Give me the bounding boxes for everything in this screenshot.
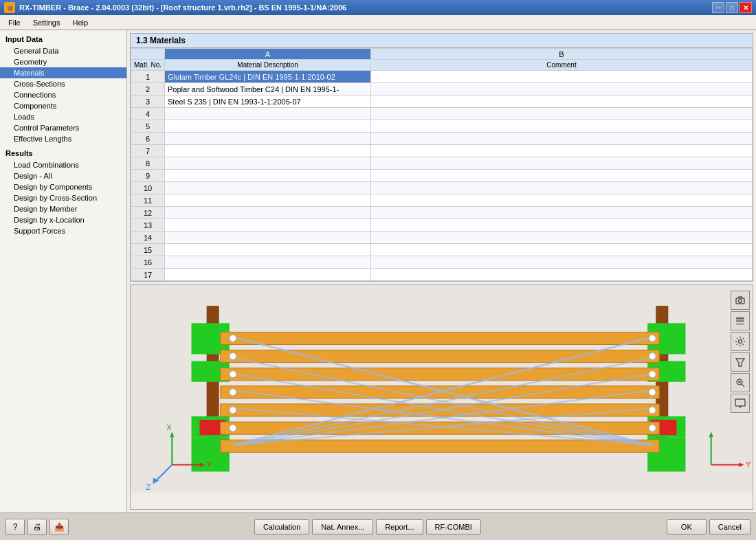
row-comment[interactable] <box>371 157 753 170</box>
row-comment[interactable] <box>371 133 753 145</box>
close-button[interactable]: ✕ <box>740 2 752 13</box>
row-material[interactable] <box>165 170 371 182</box>
row-comment[interactable] <box>371 194 753 207</box>
vp-btn-display[interactable] <box>731 394 750 413</box>
row-comment[interactable] <box>371 108 753 120</box>
sidebar-item-connections[interactable]: Connections <box>0 89 126 100</box>
vp-btn-layers[interactable] <box>731 311 750 330</box>
row-comment[interactable] <box>371 145 753 157</box>
sidebar-item-control-parameters[interactable]: Control Parameters <box>0 122 126 133</box>
table-row[interactable]: 14 <box>131 232 753 244</box>
table-row[interactable]: 5 <box>131 120 753 133</box>
help-button[interactable]: ? <box>5 519 25 535</box>
table-row[interactable]: 1Glulam Timber GL24c | DIN EN 1995-1-1:2… <box>131 71 753 83</box>
row-comment[interactable] <box>371 256 753 269</box>
svg-marker-62 <box>736 359 744 366</box>
table-row[interactable]: 15 <box>131 244 753 256</box>
row-material[interactable] <box>165 219 371 232</box>
table-row[interactable]: 11 <box>131 194 753 207</box>
minimize-button[interactable]: ─ <box>712 2 724 13</box>
sidebar-item-design-by-x-location[interactable]: Design by x-Location <box>0 214 126 225</box>
menu-file[interactable]: File <box>3 17 26 28</box>
row-comment[interactable] <box>371 71 753 83</box>
sidebar-item-geometry[interactable]: Geometry <box>0 56 126 67</box>
table-row[interactable]: 13 <box>131 219 753 232</box>
row-material[interactable] <box>165 133 371 145</box>
timber-visualization: Y X Z Y <box>131 285 753 493</box>
table-row[interactable]: 2Poplar and Softwood Timber C24 | DIN EN… <box>131 83 753 95</box>
sidebar-item-materials[interactable]: Materials <box>0 67 126 78</box>
menu-help[interactable]: Help <box>67 17 93 28</box>
main-container: Input Data General Data Geometry Materia… <box>0 30 756 513</box>
sidebar-item-support-forces[interactable]: Support Forces <box>0 225 126 236</box>
sidebar-item-load-combinations[interactable]: Load Combinations <box>0 159 126 170</box>
row-comment[interactable] <box>371 170 753 182</box>
table-row[interactable]: 10 <box>131 182 753 194</box>
vp-btn-settings[interactable] <box>731 332 750 351</box>
ok-button[interactable]: OK <box>667 519 707 535</box>
table-row[interactable]: 7 <box>131 145 753 157</box>
row-comment[interactable] <box>371 120 753 133</box>
row-comment[interactable] <box>371 207 753 219</box>
sidebar-item-general-data[interactable]: General Data <box>0 45 126 56</box>
sidebar-item-design-by-components[interactable]: Design by Components <box>0 181 126 192</box>
app-icon: 🪵 <box>4 2 15 13</box>
row-material[interactable]: Glulam Timber GL24c | DIN EN 1995-1-1:20… <box>165 71 371 83</box>
row-material[interactable] <box>165 145 371 157</box>
sidebar-item-cross-sections[interactable]: Cross-Sections <box>0 78 126 89</box>
row-material[interactable] <box>165 256 371 269</box>
maximize-button[interactable]: □ <box>726 2 738 13</box>
row-material[interactable]: Steel S 235 | DIN EN 1993-1-1:2005-07 <box>165 95 371 108</box>
col-num-header <box>131 49 165 60</box>
table-row[interactable]: 6 <box>131 133 753 145</box>
row-material[interactable]: Poplar and Softwood Timber C24 | DIN EN … <box>165 83 371 95</box>
row-material[interactable] <box>165 108 371 120</box>
rf-combi-button[interactable]: RF-COMBI <box>426 519 481 535</box>
table-row[interactable]: 3Steel S 235 | DIN EN 1993-1-1:2005-07 <box>131 95 753 108</box>
row-comment[interactable] <box>371 83 753 95</box>
vp-btn-camera[interactable] <box>731 291 750 310</box>
table-row[interactable]: 17 <box>131 269 753 281</box>
row-comment[interactable] <box>371 232 753 244</box>
row-comment[interactable] <box>371 219 753 232</box>
row-comment[interactable] <box>371 269 753 281</box>
row-material[interactable] <box>165 120 371 133</box>
materials-table-wrapper[interactable]: A B Matl. No. Material Description Comme… <box>131 48 753 281</box>
print-button[interactable]: 🖨 <box>27 519 47 535</box>
nat-annex-button[interactable]: Nat. Annex... <box>312 519 373 535</box>
row-material[interactable] <box>165 232 371 244</box>
svg-point-31 <box>230 353 236 360</box>
row-material[interactable] <box>165 157 371 170</box>
menu-settings[interactable]: Settings <box>27 17 66 28</box>
sidebar-item-design-by-member[interactable]: Design by Member <box>0 203 126 214</box>
row-comment[interactable] <box>371 244 753 256</box>
sidebar-item-design-by-cross-section[interactable]: Design by Cross-Section <box>0 192 126 203</box>
table-row[interactable]: 9 <box>131 170 753 182</box>
table-row[interactable]: 12 <box>131 207 753 219</box>
row-material[interactable] <box>165 207 371 219</box>
table-row[interactable]: 16 <box>131 256 753 269</box>
table-row[interactable]: 8 <box>131 157 753 170</box>
vp-btn-zoom[interactable] <box>731 373 750 392</box>
row-material[interactable] <box>165 244 371 256</box>
calculation-button[interactable]: Calculation <box>254 519 309 535</box>
row-material[interactable] <box>165 182 371 194</box>
row-comment[interactable] <box>371 182 753 194</box>
row-material[interactable] <box>165 194 371 207</box>
svg-point-37 <box>649 353 656 360</box>
vp-btn-filter[interactable] <box>731 352 750 372</box>
sidebar-item-loads[interactable]: Loads <box>0 111 126 122</box>
svg-rect-13 <box>221 332 660 344</box>
report-button[interactable]: Report... <box>376 519 423 535</box>
cancel-button[interactable]: Cancel <box>709 519 751 535</box>
export-button[interactable]: 📤 <box>49 519 69 535</box>
sidebar-item-components[interactable]: Components <box>0 100 126 111</box>
content-area: 1.3 Materials A B <box>127 30 756 513</box>
row-comment[interactable] <box>371 95 753 108</box>
table-row[interactable]: 4 <box>131 108 753 120</box>
row-material[interactable] <box>165 269 371 281</box>
titlebar-buttons[interactable]: ─ □ ✕ <box>712 2 752 13</box>
sidebar-item-design-all[interactable]: Design - All <box>0 170 126 181</box>
sidebar-item-effective-lengths[interactable]: Effective Lengths <box>0 133 126 144</box>
row-number: 6 <box>131 133 165 145</box>
